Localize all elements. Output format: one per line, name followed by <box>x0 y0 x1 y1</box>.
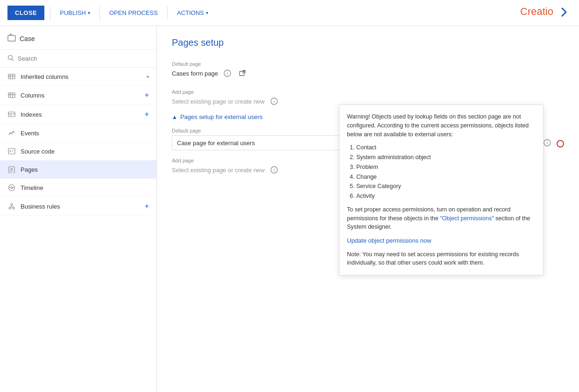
open-process-button[interactable]: OPEN PROCESS <box>106 7 162 18</box>
add-page-placeholder[interactable]: Select existing page or create new <box>172 98 265 105</box>
info-button-default[interactable]: i <box>222 69 233 78</box>
warning-popup: Warning! Objects used by lookup fields o… <box>339 105 544 275</box>
pages-label: Pages <box>21 166 149 173</box>
svg-rect-13 <box>8 112 15 117</box>
sidebar-item-columns[interactable]: Columns + <box>0 86 156 105</box>
default-page-section: Default page Cases form page i <box>172 61 564 78</box>
actions-caret: ▾ <box>206 10 208 15</box>
close-button[interactable]: CLOSE <box>7 6 44 20</box>
svg-text:i: i <box>227 71 228 76</box>
svg-rect-16 <box>8 148 15 154</box>
sidebar-item-inherited-columns[interactable]: Inherited columns ▾ <box>0 68 156 86</box>
business-rules-icon <box>7 203 16 210</box>
topbar-divider-1 <box>50 6 50 20</box>
svg-text:i: i <box>547 140 548 146</box>
timeline-icon <box>7 184 16 191</box>
search-box <box>0 50 156 68</box>
search-icon <box>7 55 14 63</box>
sidebar-item-pages[interactable]: Pages <box>0 161 156 179</box>
warning-note: Note: You may need to set access permiss… <box>347 250 536 268</box>
warning-item-2: System administration object <box>356 153 536 162</box>
external-page-value: Case page for external users <box>177 140 255 147</box>
svg-text:i: i <box>274 168 275 173</box>
source-code-label: Source code <box>21 148 149 155</box>
publish-caret: ▾ <box>88 10 90 15</box>
topbar: CLOSE PUBLISH ▾ OPEN PROCESS ACTIONS ▾ C… <box>0 0 579 26</box>
sidebar-case: Case <box>0 26 156 50</box>
case-label: Case <box>20 35 35 42</box>
svg-line-18 <box>10 151 11 152</box>
events-label: Events <box>21 130 149 137</box>
inherited-columns-chevron: ▾ <box>147 74 149 79</box>
main-content: Pages setup Default page Cases form page… <box>157 26 579 392</box>
inherited-columns-label: Inherited columns <box>21 73 142 80</box>
info-button-external-add[interactable]: i <box>268 165 280 175</box>
svg-rect-2 <box>8 35 15 41</box>
default-page-value: Cases form page <box>172 70 218 77</box>
svg-point-30 <box>9 207 11 209</box>
update-permissions-link[interactable]: Update object permissions now <box>347 236 536 245</box>
open-button-default[interactable] <box>237 69 248 78</box>
actions-label: ACTIONS <box>177 9 204 16</box>
svg-point-29 <box>11 203 13 205</box>
indexes-label: Indexes <box>21 111 140 118</box>
warning-text: Warning! Objects used by lookup fields o… <box>347 112 536 139</box>
svg-rect-5 <box>8 74 15 79</box>
topbar-divider-3 <box>167 6 168 20</box>
object-permissions-link[interactable]: "Object permissions" <box>440 215 494 222</box>
add-page-section: Add page Select existing page or create … <box>172 89 564 106</box>
svg-line-33 <box>10 207 12 207</box>
topbar-divider-2 <box>99 6 100 20</box>
cursor-indicator <box>557 140 564 147</box>
external-section-title: Pages setup for external users <box>180 113 262 120</box>
events-icon <box>7 129 16 137</box>
warning-item-4: Change <box>356 173 536 182</box>
warning-item-5: Service Category <box>356 182 536 191</box>
source-code-icon <box>7 147 16 155</box>
actions-button[interactable]: ACTIONS ▾ <box>173 7 212 18</box>
svg-marker-0 <box>561 7 567 17</box>
sidebar-item-events[interactable]: Events <box>0 124 156 142</box>
svg-point-31 <box>13 207 14 209</box>
warning-item-1: Contact <box>356 143 536 152</box>
pages-icon <box>7 166 16 173</box>
warning-list: Contact System administration object Pro… <box>347 143 536 201</box>
sidebar-nav: Inherited columns ▾ Columns + <box>0 68 156 392</box>
inherited-columns-icon <box>7 73 16 80</box>
svg-point-3 <box>8 56 13 60</box>
open-process-label: OPEN PROCESS <box>109 9 158 16</box>
external-chevron-icon: ▲ <box>172 114 177 120</box>
search-input[interactable] <box>18 55 149 62</box>
svg-text:Creatio: Creatio <box>520 6 553 17</box>
case-icon <box>7 34 16 44</box>
svg-text:i: i <box>274 99 275 104</box>
sidebar-item-source-code[interactable]: Source code <box>0 142 156 161</box>
business-rules-add-icon[interactable]: + <box>145 202 149 210</box>
sidebar-item-business-rules[interactable]: Business rules + <box>0 197 156 216</box>
columns-label: Columns <box>21 92 140 99</box>
sidebar-item-timeline[interactable]: Timeline <box>0 179 156 197</box>
page-title: Pages setup <box>172 37 564 48</box>
publish-label: PUBLISH <box>60 9 86 16</box>
svg-line-34 <box>12 207 14 207</box>
info-button-add[interactable]: i <box>268 97 280 106</box>
default-page-row: Cases form page i <box>172 69 564 78</box>
sidebar-item-indexes[interactable]: Indexes + <box>0 105 156 124</box>
indexes-add-icon[interactable]: + <box>145 110 149 119</box>
timeline-label: Timeline <box>21 184 149 191</box>
external-add-page-placeholder[interactable]: Select existing page or create new <box>172 167 265 174</box>
default-page-label: Default page <box>172 61 564 67</box>
indexes-icon <box>7 111 16 118</box>
warning-body: To set proper access permissions, turn o… <box>347 205 536 231</box>
sidebar: Case <box>0 26 157 392</box>
creatio-logo: Creatio <box>520 4 572 22</box>
warning-item-6: Activity <box>356 192 536 201</box>
svg-rect-9 <box>8 93 15 98</box>
business-rules-label: Business rules <box>21 203 140 210</box>
svg-line-4 <box>12 59 14 61</box>
main-layout: Case <box>0 26 579 392</box>
svg-point-26 <box>11 187 13 189</box>
add-page-label: Add page <box>172 89 564 95</box>
columns-add-icon[interactable]: + <box>145 91 149 99</box>
publish-button[interactable]: PUBLISH ▾ <box>56 7 94 18</box>
